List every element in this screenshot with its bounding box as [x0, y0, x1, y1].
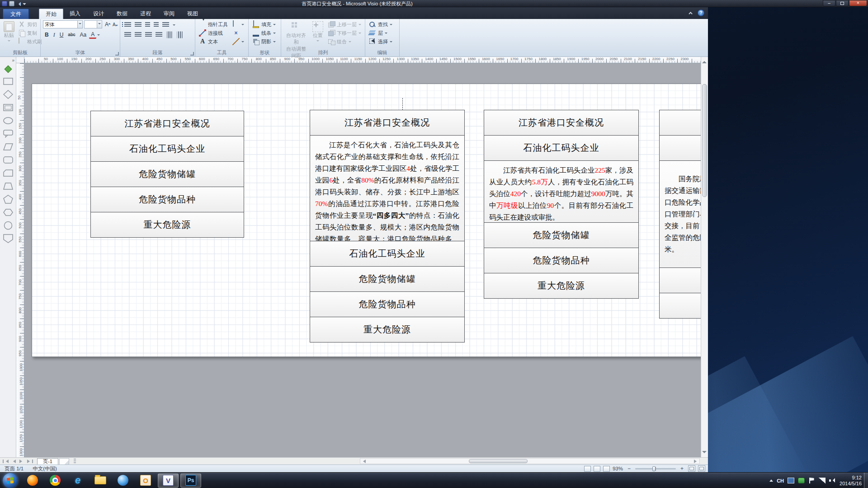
flow-box[interactable]: 重大危险源 — [484, 273, 639, 299]
align-right-icon[interactable] — [145, 32, 152, 38]
flow-text-box[interactable]: 江苏省共有石油化工码头企业225家，涉及从业人员大约5.8万人，拥有专业化石油化… — [484, 160, 639, 223]
first-page-button[interactable] — [2, 458, 9, 464]
font-name-combo[interactable]: 宋体 — [43, 20, 83, 28]
previous-page-button[interactable] — [10, 458, 17, 464]
group-button[interactable]: 组合 — [326, 38, 363, 46]
copy-button[interactable]: 复制 — [17, 29, 43, 37]
restore-button[interactable] — [836, 0, 849, 6]
tab-file[interactable]: 文件 — [3, 9, 29, 19]
flow-box[interactable]: 石油化工码头企业 — [310, 241, 465, 267]
zoom-slider[interactable] — [635, 468, 676, 469]
flow-text-box[interactable]: 国务院新《 据交通运输部和 口危险化学品安 口管理部门与安 交接，目前 江苏 全… — [659, 160, 701, 268]
minimize-button[interactable]: – — [823, 0, 835, 6]
shrink-font-button[interactable]: A — [111, 22, 117, 27]
collapse-ribbon-button[interactable] — [688, 10, 695, 16]
vertical-ruler[interactable]: 5010015020025030035040045050055060065070… — [16, 63, 24, 457]
flow-box[interactable]: 危险货物品种 — [310, 291, 465, 317]
master-ellipse[interactable] — [3, 116, 13, 125]
decrease-indent-icon[interactable] — [145, 22, 150, 28]
master-circle[interactable] — [3, 221, 13, 230]
master-trapezoid[interactable] — [3, 182, 13, 191]
ime-icon[interactable] — [788, 478, 794, 483]
zoom-in-button[interactable]: + — [679, 465, 685, 472]
language-tray-indicator[interactable]: CH — [777, 478, 784, 483]
flow-box[interactable] — [659, 135, 701, 161]
bring-forward-button[interactable]: 上移一层 — [326, 20, 363, 28]
flow-box[interactable]: 石油化工码头企业 — [484, 135, 639, 161]
fit-page-button[interactable] — [688, 465, 695, 472]
page-indicator[interactable]: 页面 1/1 — [0, 465, 28, 472]
start-button[interactable] — [3, 473, 18, 488]
connector-tool-button[interactable]: 连接线 — [198, 29, 229, 37]
zoom-out-button[interactable]: − — [626, 465, 632, 472]
tab-design[interactable]: 设计 — [87, 9, 110, 19]
scroll-right-icon[interactable] — [693, 459, 699, 464]
line-spacing-icon[interactable] — [162, 22, 169, 28]
tray-clock[interactable]: 9:12 2014/5/16 — [840, 475, 862, 487]
tab-view[interactable]: 视图 — [181, 9, 204, 19]
tab-scrollbar-splitter[interactable] — [74, 459, 76, 464]
last-page-button[interactable] — [26, 458, 33, 464]
flow-box[interactable] — [659, 293, 701, 319]
taskbar-outlook[interactable]: O — [135, 474, 156, 488]
font-size-combo[interactable] — [84, 20, 102, 28]
page-tab[interactable]: 页-1 — [37, 458, 58, 465]
network-icon[interactable] — [819, 478, 826, 483]
security-shield-icon[interactable] — [798, 478, 805, 483]
flow-box[interactable]: 江苏省港口安全概况 — [90, 111, 244, 136]
flow-box[interactable]: 危险货物品种 — [90, 187, 244, 212]
taskbar-messenger[interactable] — [113, 474, 133, 488]
underline-button[interactable]: U — [58, 31, 66, 39]
strikethrough-button[interactable]: abc — [66, 31, 77, 39]
help-button[interactable]: ? — [698, 9, 704, 16]
italic-button[interactable]: I — [52, 31, 57, 39]
next-page-button[interactable] — [18, 458, 25, 464]
taskbar-explorer[interactable] — [90, 474, 111, 488]
flow-text-box[interactable]: 江苏是个石化大省，石油化工码头及其仓储式石化产业的基础支撑和生命线，依托沿江港口… — [310, 135, 465, 241]
text-tool-button[interactable]: A文本 — [198, 38, 229, 46]
action-center-flag-icon[interactable] — [808, 478, 815, 483]
horizontal-scrollbar-thumb[interactable] — [469, 459, 528, 463]
master-callout[interactable] — [3, 129, 13, 138]
align-middle-icon[interactable] — [177, 32, 183, 38]
insert-page-tab[interactable] — [59, 458, 69, 465]
grow-font-button[interactable]: A — [104, 21, 110, 28]
volume-icon[interactable] — [829, 478, 836, 483]
shapes-window-icon[interactable] — [4, 65, 11, 72]
align-left-icon[interactable] — [124, 32, 131, 38]
tab-process[interactable]: 进程 — [134, 9, 157, 19]
select-button[interactable]: 选择 — [368, 38, 397, 46]
change-case-button[interactable]: Aa — [78, 31, 88, 39]
master-shield[interactable] — [3, 234, 13, 243]
vertical-scrollbar-thumb[interactable] — [702, 84, 707, 197]
layers-button[interactable]: 层 — [368, 29, 397, 37]
view-normal-button[interactable] — [584, 466, 591, 472]
tab-review[interactable]: 审阅 — [157, 9, 181, 19]
scroll-down-icon[interactable] — [702, 451, 707, 455]
format-painter-button[interactable]: 格式刷 — [17, 38, 43, 46]
hidden-icons-button[interactable] — [769, 478, 773, 482]
master-pentagon[interactable] — [3, 195, 13, 204]
master-parallelogram[interactable] — [3, 142, 13, 151]
show-desktop-button[interactable] — [864, 473, 868, 488]
pointer-tool-button[interactable]: 指针工具 — [198, 20, 229, 28]
vertical-scrollbar[interactable] — [701, 57, 708, 457]
master-framed-rectangle[interactable] — [3, 103, 13, 112]
master-card[interactable] — [3, 169, 13, 178]
flow-box[interactable]: 危险货物储罐 — [484, 222, 639, 248]
view-pan-zoom-button[interactable] — [603, 466, 610, 472]
taskbar-ie[interactable]: e — [67, 474, 88, 488]
fill-button[interactable]: 填充 — [251, 20, 278, 28]
master-hexagon[interactable] — [3, 208, 13, 217]
numbering-icon[interactable] — [135, 22, 142, 28]
cut-button[interactable]: 剪切 — [17, 20, 43, 28]
freeform-tool-button[interactable] — [231, 38, 245, 46]
connection-point-tool-button[interactable]: × — [231, 29, 245, 37]
taskbar-firefox[interactable] — [22, 474, 43, 488]
bullets-icon[interactable] — [124, 22, 131, 28]
tab-insert[interactable]: 插入 — [63, 9, 87, 19]
shadow-button[interactable]: 阴影 — [251, 38, 278, 46]
paste-button[interactable]: 粘贴 — [2, 20, 16, 46]
rectangle-tool-button[interactable] — [231, 20, 245, 28]
flow-box[interactable] — [659, 267, 701, 293]
